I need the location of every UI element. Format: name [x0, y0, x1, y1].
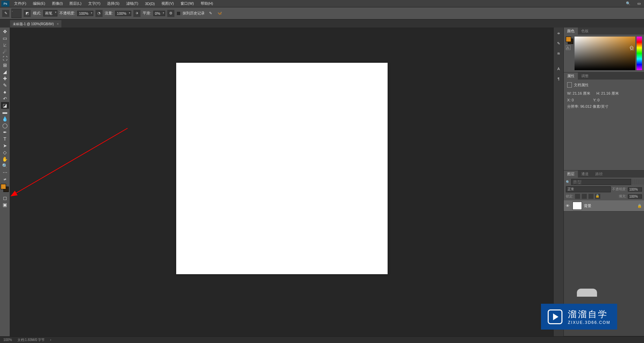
- menu-window[interactable]: 窗口(W): [177, 1, 197, 6]
- swap-colors-icon[interactable]: ⇄: [1, 176, 9, 183]
- tab-channels[interactable]: 通道: [578, 170, 592, 178]
- menu-layer[interactable]: 图层(L): [66, 1, 85, 6]
- color-field-marker[interactable]: 口: [630, 46, 633, 49]
- canvas[interactable]: [176, 63, 388, 274]
- layer-row[interactable]: 👁 背景 🔒: [564, 200, 644, 211]
- chip-fg[interactable]: [566, 37, 571, 42]
- menu-edit[interactable]: 编辑(E): [30, 1, 49, 6]
- menu-3d[interactable]: 3D(D): [142, 2, 158, 6]
- lock-all-icon[interactable]: 🔒: [595, 194, 600, 199]
- eyedropper-tool[interactable]: ◢: [1, 68, 9, 75]
- healing-tool[interactable]: ✚: [1, 75, 9, 82]
- filter-toggle-icon[interactable]: [643, 179, 643, 185]
- props-w-label: W:: [567, 91, 572, 95]
- symmetry-icon[interactable]: 🦋: [216, 10, 224, 17]
- mode-dropdown[interactable]: 画笔: [43, 10, 57, 16]
- pen-tool[interactable]: ✒: [1, 129, 9, 136]
- filter-type-icon[interactable]: [637, 179, 637, 185]
- flow-label: 流量:: [105, 11, 113, 16]
- character-panel-icon[interactable]: A: [555, 65, 562, 72]
- filter-shape-icon[interactable]: [639, 179, 639, 185]
- frame-tool[interactable]: ⊞: [1, 62, 9, 68]
- visibility-icon[interactable]: 👁: [566, 204, 571, 208]
- type-tool[interactable]: T: [1, 136, 9, 142]
- arrange-icon[interactable]: ▭: [634, 1, 644, 6]
- filter-adjust-icon[interactable]: [635, 179, 635, 185]
- path-select-tool[interactable]: ➤: [1, 142, 9, 149]
- lasso-tool[interactable]: ⟀: [1, 42, 9, 48]
- opacity-dropdown[interactable]: 100%: [77, 11, 93, 16]
- search-icon[interactable]: 🔍: [623, 1, 634, 6]
- canvas-area[interactable]: [10, 28, 553, 336]
- screenmode-icon[interactable]: ▣: [1, 201, 9, 208]
- close-tab-icon[interactable]: ×: [57, 22, 59, 26]
- layer-filter-input[interactable]: [571, 179, 631, 185]
- brush-tool[interactable]: ✎: [1, 82, 9, 89]
- gradient-tool[interactable]: ▬: [1, 109, 9, 115]
- more-tools-icon[interactable]: ⋯: [1, 169, 9, 176]
- brush-panel-toggle[interactable]: ◩: [23, 10, 31, 17]
- quickmask-icon[interactable]: ◻: [1, 195, 9, 201]
- foreground-color-swatch[interactable]: [1, 184, 6, 189]
- dodge-tool[interactable]: ◯: [1, 122, 9, 129]
- status-zoom[interactable]: 100%: [3, 338, 12, 342]
- document-tab[interactable]: 未标题-1 @ 100%(RGB/8#) ×: [10, 20, 61, 28]
- shape-tool[interactable]: ◇: [1, 149, 9, 156]
- layer-name[interactable]: 背景: [584, 203, 635, 208]
- menu-file[interactable]: 文件(F): [11, 1, 30, 6]
- blur-tool[interactable]: 💧: [1, 115, 9, 122]
- color-swatches[interactable]: [1, 184, 9, 193]
- menu-filter[interactable]: 滤镜(T): [123, 1, 142, 6]
- menu-image[interactable]: 图像(I): [49, 1, 66, 6]
- filter-smart-icon[interactable]: [641, 179, 641, 185]
- hand-tool[interactable]: ✋: [1, 156, 9, 162]
- history-panel-icon[interactable]: ≑: [555, 30, 562, 37]
- menu-type[interactable]: 文字(Y): [85, 1, 104, 6]
- options-bar: ✎ · ◩ 模式: 画笔 不透明度: 100% ◔ 流量: 100% ✈ 平滑:…: [0, 7, 644, 19]
- filter-pixel-icon[interactable]: [633, 179, 633, 185]
- flow-dropdown[interactable]: 100%: [115, 11, 131, 16]
- menu-help[interactable]: 帮助(H): [197, 1, 216, 6]
- eraser-tool[interactable]: ◪: [1, 102, 9, 109]
- color-field[interactable]: 口: [575, 37, 635, 70]
- pressure-size-icon[interactable]: ✎: [207, 10, 214, 17]
- brush-preview[interactable]: ·: [11, 9, 21, 18]
- layer-opacity-value[interactable]: 100%: [628, 187, 642, 192]
- tab-swatches[interactable]: 色板: [578, 28, 592, 35]
- zoom-tool[interactable]: 🔍: [1, 162, 9, 169]
- smoothing-dropdown[interactable]: 0%: [153, 11, 165, 16]
- fill-value[interactable]: 100%: [628, 194, 642, 199]
- menu-view[interactable]: 视图(V): [158, 1, 177, 6]
- lock-position-icon[interactable]: [582, 194, 587, 199]
- crop-tool[interactable]: ⛶: [1, 55, 9, 62]
- hue-slider[interactable]: [637, 37, 642, 70]
- adjust-panel-icon[interactable]: ≋: [555, 50, 562, 57]
- color-fg-bg-chips[interactable]: [566, 37, 573, 44]
- props-x-label: X:: [567, 98, 571, 102]
- lock-pixels-icon[interactable]: [575, 194, 580, 199]
- blend-mode-dropdown[interactable]: 正常: [566, 186, 611, 192]
- menu-select[interactable]: 选择(S): [104, 1, 123, 6]
- move-tool[interactable]: ✥: [1, 28, 9, 35]
- paragraph-panel-icon[interactable]: ¶: [555, 75, 562, 83]
- marquee-tool[interactable]: ▭: [1, 35, 9, 42]
- history-brush-tool[interactable]: ↶: [1, 95, 9, 102]
- tab-adjustments[interactable]: 调整: [578, 72, 592, 80]
- tab-properties[interactable]: 属性: [564, 72, 578, 80]
- layer-thumbnail[interactable]: [573, 202, 582, 210]
- airbrush-icon[interactable]: ✈: [133, 10, 141, 17]
- search-icon[interactable]: 🔍: [566, 180, 570, 184]
- status-chevron-icon[interactable]: ›: [50, 338, 51, 342]
- quick-select-tool[interactable]: ☄: [1, 48, 9, 55]
- history-checkbox[interactable]: [177, 11, 181, 15]
- tool-preset-picker[interactable]: ✎: [2, 10, 9, 17]
- stamp-tool[interactable]: ♠: [1, 89, 9, 95]
- status-docsize[interactable]: 文档:1.83M/0 字节: [17, 338, 45, 342]
- pressure-opacity-icon[interactable]: ◔: [95, 10, 103, 17]
- tab-layers[interactable]: 图层: [564, 170, 578, 178]
- tab-color[interactable]: 颜色: [564, 28, 578, 35]
- lock-artboard-icon[interactable]: [588, 194, 594, 199]
- tab-paths[interactable]: 路径: [592, 170, 606, 178]
- brush-settings-panel-icon[interactable]: ✎: [555, 40, 562, 47]
- smoothing-options-icon[interactable]: ⚙: [167, 10, 175, 17]
